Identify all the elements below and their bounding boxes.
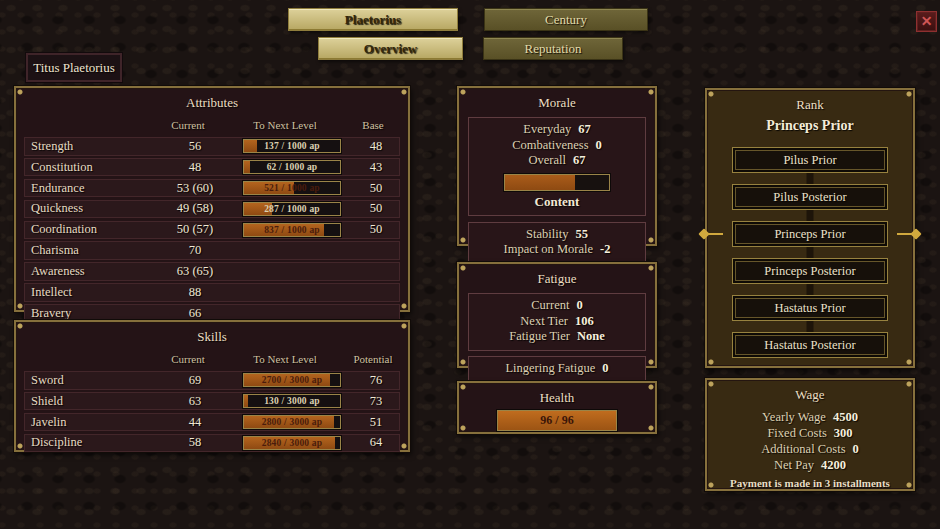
rank-item-hastatus-prior: Hastatus Prior bbox=[732, 295, 888, 321]
rank-item-princeps-posterior: Princeps Posterior bbox=[732, 258, 888, 284]
xp-bar: 2800 / 3000 ap bbox=[243, 415, 341, 429]
skill-row-shield: Shield 63 130 / 3000 ap 73 bbox=[24, 392, 400, 411]
rank-item-pilus-prior: Pilus Prior bbox=[732, 147, 888, 173]
wage-note: Payment is made in 3 installments bbox=[707, 477, 913, 489]
rank-current-label: Princeps Prior bbox=[707, 118, 913, 134]
xp-bar: 62 / 1000 ap bbox=[243, 160, 341, 174]
morale-combativeness: Combativeness0 bbox=[473, 138, 641, 154]
lingering-fatigue: Lingering Fatigue0 bbox=[473, 361, 641, 377]
xp-bar: 2840 / 3000 ap bbox=[243, 436, 341, 450]
tab-plaetorius[interactable]: Plaetorius bbox=[288, 8, 458, 31]
fatigue-lingering-box: Lingering Fatigue0 bbox=[468, 356, 646, 383]
morale-stability: Stability55 bbox=[473, 227, 641, 243]
fatigue-tier: Fatigue TierNone bbox=[473, 329, 641, 345]
attribute-row-quickness: Quickness 49 (58) 287 / 1000 ap 50 bbox=[24, 200, 400, 219]
attribute-row-strength: Strength 56 137 / 1000 ap 48 bbox=[24, 137, 400, 156]
wage-yearly: Yearly Wage4500 bbox=[707, 409, 913, 425]
skill-row-sword: Sword 69 2700 / 3000 ap 76 bbox=[24, 371, 400, 390]
col-current: Current bbox=[152, 119, 224, 131]
morale-title: Morale bbox=[459, 88, 655, 111]
xp-bar: 2700 / 3000 ap bbox=[243, 373, 341, 387]
health-bar: 96 / 96 bbox=[497, 410, 617, 431]
attribute-row-constitution: Constitution 48 62 / 1000 ap 43 bbox=[24, 158, 400, 177]
morale-bar bbox=[504, 174, 610, 191]
rank-item-princeps-prior: Princeps Prior bbox=[732, 221, 888, 247]
fatigue-title: Fatigue bbox=[459, 264, 655, 287]
attributes-header: Current To Next Level Base bbox=[24, 119, 400, 131]
close-icon: ✕ bbox=[921, 13, 933, 30]
current-rank-arrow-left-icon bbox=[700, 229, 726, 239]
morale-state: Content bbox=[473, 194, 641, 210]
health-title: Health bbox=[459, 383, 655, 406]
morale-everyday: Everyday67 bbox=[473, 122, 641, 138]
skills-title: Skills bbox=[16, 322, 408, 345]
attribute-row-awareness: Awareness 63 (65) bbox=[24, 262, 400, 281]
fatigue-next-tier: Next Tier106 bbox=[473, 314, 641, 330]
close-button[interactable]: ✕ bbox=[916, 11, 937, 32]
attribute-row-intellect: Intellect 88 bbox=[24, 283, 400, 302]
health-panel: Health 96 / 96 bbox=[457, 381, 657, 434]
attributes-panel: Attributes Current To Next Level Base St… bbox=[14, 86, 410, 312]
xp-bar: 137 / 1000 ap bbox=[243, 139, 341, 153]
wage-panel: Wage Yearly Wage4500 Fixed Costs300 Addi… bbox=[705, 378, 915, 491]
character-overview-screen: Plaetorius Century Overview Reputation ✕… bbox=[0, 0, 940, 529]
rank-ladder: Pilus Prior Pilus Posterior Princeps Pri… bbox=[707, 147, 913, 358]
col-base: Base bbox=[346, 119, 400, 131]
wage-fixed-costs: Fixed Costs300 bbox=[707, 425, 913, 441]
wage-net-pay: Net Pay4200 bbox=[707, 457, 913, 473]
rank-item-pilus-posterior: Pilus Posterior bbox=[732, 184, 888, 210]
xp-bar: 837 / 1000 ap bbox=[243, 223, 341, 237]
current-rank-arrow-right-icon bbox=[894, 229, 920, 239]
morale-stability-box: Stability55 Impact on Morale-2 bbox=[468, 222, 646, 264]
tab-century[interactable]: Century bbox=[484, 8, 648, 31]
xp-bar: 521 / 1000 ap bbox=[243, 181, 341, 195]
fatigue-current: Current0 bbox=[473, 298, 641, 314]
skill-row-javelin: Javelin 44 2800 / 3000 ap 51 bbox=[24, 413, 400, 432]
morale-summary-box: Everyday67 Combativeness0 Overall67 Cont… bbox=[468, 117, 646, 216]
col-to-next-level: To Next Level bbox=[224, 353, 346, 365]
morale-panel: Morale Everyday67 Combativeness0 Overall… bbox=[457, 86, 657, 246]
col-to-next-level: To Next Level bbox=[224, 119, 346, 131]
xp-bar: 130 / 3000 ap bbox=[243, 394, 341, 408]
wage-title: Wage bbox=[707, 380, 913, 403]
rank-item-hastatus-posterior: Hastatus Posterior bbox=[732, 332, 888, 358]
col-potential: Potential bbox=[346, 353, 400, 365]
character-name-plate: Titus Plaetorius bbox=[26, 53, 122, 82]
skill-row-discipline: Discipline 58 2840 / 3000 ap 64 bbox=[24, 434, 400, 453]
attribute-row-coordination: Coordination 50 (57) 837 / 1000 ap 50 bbox=[24, 221, 400, 240]
tab-reputation[interactable]: Reputation bbox=[483, 37, 623, 60]
skills-panel: Skills Current To Next Level Potential S… bbox=[14, 320, 410, 452]
morale-overall: Overall67 bbox=[473, 153, 641, 169]
morale-impact: Impact on Morale-2 bbox=[473, 242, 641, 258]
attributes-title: Attributes bbox=[16, 88, 408, 111]
wage-additional-costs: Additional Costs0 bbox=[707, 441, 913, 457]
attribute-row-charisma: Charisma 70 bbox=[24, 241, 400, 260]
tab-overview[interactable]: Overview bbox=[318, 37, 463, 60]
rank-title: Rank bbox=[707, 90, 913, 113]
fatigue-panel: Fatigue Current0 Next Tier106 Fatigue Ti… bbox=[457, 262, 657, 368]
rank-panel: Rank Princeps Prior Pilus Prior Pilus Po… bbox=[705, 88, 915, 368]
attribute-row-endurance: Endurance 53 (60) 521 / 1000 ap 50 bbox=[24, 179, 400, 198]
fatigue-summary-box: Current0 Next Tier106 Fatigue TierNone bbox=[468, 293, 646, 351]
col-current: Current bbox=[152, 353, 224, 365]
xp-bar: 287 / 1000 ap bbox=[243, 202, 341, 216]
skills-header: Current To Next Level Potential bbox=[24, 353, 400, 365]
